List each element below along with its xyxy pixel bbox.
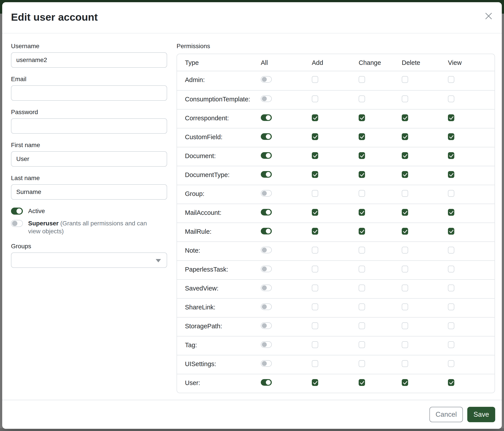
last-name-field[interactable] (11, 184, 167, 200)
perm-correspondent-add-checkbox[interactable] (312, 114, 318, 121)
perm-sharelink-change-checkbox[interactable] (359, 304, 365, 310)
perm-storagepath-all-toggle[interactable] (261, 322, 272, 329)
perm-mailrule-delete-checkbox[interactable] (402, 228, 408, 235)
perm-mailaccount-change-checkbox[interactable] (359, 209, 365, 216)
active-toggle[interactable] (11, 207, 23, 215)
perm-user-all-toggle[interactable] (261, 379, 272, 386)
perm-documenttype-all-toggle[interactable] (261, 171, 272, 178)
perm-sharelink-all-toggle[interactable] (261, 304, 272, 310)
perm-mailaccount-delete-checkbox[interactable] (402, 209, 408, 216)
perm-group-delete-checkbox[interactable] (402, 190, 408, 197)
perm-tag-add-checkbox[interactable] (312, 341, 318, 348)
perm-storagepath-delete-checkbox[interactable] (402, 322, 408, 329)
perm-documenttype-add-checkbox[interactable] (312, 171, 318, 178)
perm-savedview-delete-checkbox[interactable] (402, 285, 408, 291)
perm-savedview-all-toggle[interactable] (261, 285, 272, 291)
perm-note-all-toggle[interactable] (261, 247, 272, 253)
perm-document-view-checkbox[interactable] (448, 152, 454, 159)
perm-mailrule-all-toggle[interactable] (261, 228, 272, 234)
perm-uisettings-delete-checkbox[interactable] (402, 360, 408, 367)
perm-tag-all-toggle[interactable] (261, 341, 272, 348)
perm-tag-change-checkbox[interactable] (359, 341, 365, 348)
perm-sharelink-delete-checkbox[interactable] (402, 304, 408, 310)
perm-consumptiontemplate-add-checkbox[interactable] (312, 95, 318, 102)
first-name-field[interactable] (11, 151, 167, 167)
perm-sharelink-view-checkbox[interactable] (448, 304, 454, 310)
password-field[interactable] (11, 118, 167, 134)
perm-paperlesstask-delete-checkbox[interactable] (402, 266, 408, 272)
close-button[interactable] (483, 11, 494, 22)
perm-consumptiontemplate-change-checkbox[interactable] (359, 95, 365, 102)
perm-document-all-toggle[interactable] (261, 152, 272, 159)
perm-paperlesstask-change-checkbox[interactable] (359, 266, 365, 272)
perm-uisettings-all-toggle[interactable] (261, 360, 272, 367)
perm-customfield-change-checkbox[interactable] (359, 133, 365, 140)
perm-tag-delete-checkbox[interactable] (402, 341, 408, 348)
perm-savedview-add-checkbox[interactable] (312, 285, 318, 291)
perm-consumptiontemplate-view-checkbox[interactable] (448, 95, 454, 102)
perm-mailrule-change-checkbox[interactable] (359, 228, 365, 235)
perm-document-delete-checkbox[interactable] (402, 152, 408, 159)
perm-uisettings-add-checkbox[interactable] (312, 360, 318, 367)
perm-customfield-all-toggle[interactable] (261, 133, 272, 140)
perm-customfield-delete-checkbox[interactable] (402, 133, 408, 140)
active-toggle-row: Active (11, 207, 167, 215)
email-field[interactable] (11, 85, 167, 101)
perm-document-add-checkbox[interactable] (312, 152, 318, 159)
perm-user-delete-checkbox[interactable] (402, 379, 408, 386)
groups-select[interactable] (11, 252, 167, 268)
perm-note-change-checkbox[interactable] (359, 247, 365, 253)
permission-delete-cell (394, 317, 440, 336)
perm-group-all-toggle[interactable] (261, 190, 272, 197)
perm-documenttype-delete-checkbox[interactable] (402, 171, 408, 178)
perm-admin-delete-checkbox[interactable] (402, 76, 408, 83)
perm-paperlesstask-all-toggle[interactable] (261, 266, 272, 272)
perm-sharelink-add-checkbox[interactable] (312, 304, 318, 310)
perm-admin-all-toggle[interactable] (261, 76, 272, 83)
perm-mailrule-view-checkbox[interactable] (448, 228, 454, 235)
perm-consumptiontemplate-all-toggle[interactable] (261, 95, 272, 102)
permission-add-cell (304, 242, 351, 260)
perm-correspondent-change-checkbox[interactable] (359, 114, 365, 121)
perm-customfield-view-checkbox[interactable] (448, 133, 454, 140)
perm-group-view-checkbox[interactable] (448, 190, 454, 197)
perm-savedview-view-checkbox[interactable] (448, 285, 454, 291)
perm-correspondent-view-checkbox[interactable] (448, 114, 454, 121)
perm-mailaccount-view-checkbox[interactable] (448, 209, 454, 216)
perm-user-change-checkbox[interactable] (359, 379, 365, 386)
save-button[interactable]: Save (467, 407, 495, 422)
perm-correspondent-delete-checkbox[interactable] (402, 114, 408, 121)
perm-group-add-checkbox[interactable] (312, 190, 318, 197)
perm-note-delete-checkbox[interactable] (402, 247, 408, 253)
perm-storagepath-change-checkbox[interactable] (359, 322, 365, 329)
perm-mailrule-add-checkbox[interactable] (312, 228, 318, 235)
password-label: Password (11, 108, 167, 116)
perm-document-change-checkbox[interactable] (359, 152, 365, 159)
perm-group-change-checkbox[interactable] (359, 190, 365, 197)
perm-uisettings-change-checkbox[interactable] (359, 360, 365, 367)
perm-customfield-add-checkbox[interactable] (312, 133, 318, 140)
perm-paperlesstask-view-checkbox[interactable] (448, 266, 454, 272)
perm-note-add-checkbox[interactable] (312, 247, 318, 253)
perm-tag-view-checkbox[interactable] (448, 341, 454, 348)
perm-admin-change-checkbox[interactable] (359, 76, 365, 83)
perm-mailaccount-all-toggle[interactable] (261, 209, 272, 216)
perm-documenttype-view-checkbox[interactable] (448, 171, 454, 178)
superuser-toggle[interactable] (11, 220, 23, 227)
perm-correspondent-all-toggle[interactable] (261, 114, 272, 121)
perm-mailaccount-add-checkbox[interactable] (312, 209, 318, 216)
perm-storagepath-view-checkbox[interactable] (448, 322, 454, 329)
perm-uisettings-view-checkbox[interactable] (448, 360, 454, 367)
cancel-button[interactable]: Cancel (430, 407, 463, 422)
perm-savedview-change-checkbox[interactable] (359, 285, 365, 291)
perm-user-add-checkbox[interactable] (312, 379, 318, 386)
perm-paperlesstask-add-checkbox[interactable] (312, 266, 318, 272)
perm-documenttype-change-checkbox[interactable] (359, 171, 365, 178)
perm-admin-add-checkbox[interactable] (312, 76, 318, 83)
perm-note-view-checkbox[interactable] (448, 247, 454, 253)
username-input[interactable] (11, 52, 167, 68)
perm-consumptiontemplate-delete-checkbox[interactable] (402, 95, 408, 102)
perm-admin-view-checkbox[interactable] (448, 76, 454, 83)
perm-storagepath-add-checkbox[interactable] (312, 322, 318, 329)
perm-user-view-checkbox[interactable] (448, 379, 454, 386)
